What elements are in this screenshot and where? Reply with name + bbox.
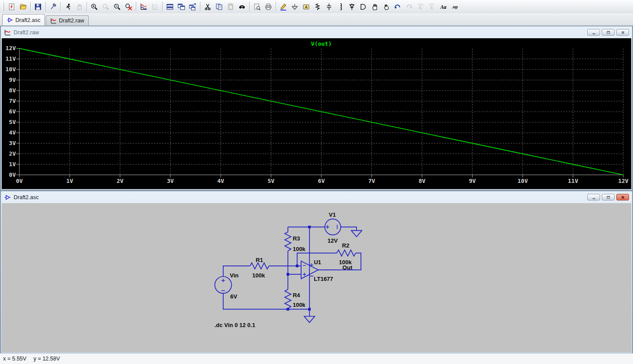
save-button[interactable]	[33, 1, 44, 12]
move-button[interactable]	[369, 1, 380, 12]
place-net-label-button[interactable]	[301, 1, 312, 12]
zoom-out-button[interactable]	[112, 1, 123, 12]
toolbar-group	[6, 1, 29, 12]
schematic-label-v1-value[interactable]: 12V	[327, 237, 338, 244]
toolbar-separator	[87, 2, 87, 11]
y-tick-label: 7V	[9, 98, 16, 104]
wire[interactable]	[341, 227, 357, 230]
halt-simulation-icon	[76, 3, 83, 11]
control-panel-button[interactable]	[47, 1, 58, 12]
place-component-button[interactable]	[358, 1, 369, 12]
r3-resistor-symbol[interactable]	[285, 232, 291, 251]
tab-draft2-raw[interactable]: Draft2.raw	[46, 15, 89, 25]
schematic-label-v1-ref[interactable]: V1	[329, 211, 336, 218]
schematic-icon	[4, 194, 11, 201]
vout-plot[interactable]: 0V1V2V3V4V5V6V7V8V9V10V11V12V0V1V2V3V4V5…	[2, 38, 631, 189]
toolbar-separator	[60, 2, 61, 11]
place-spice-directive-button[interactable]	[449, 1, 460, 12]
drag-button[interactable]	[381, 1, 392, 12]
run-simulation-button[interactable]	[62, 1, 73, 12]
toolbar-group	[251, 1, 274, 12]
opamp-pin-marks	[303, 263, 313, 276]
plot-settings-button	[149, 1, 160, 12]
undo-button[interactable]	[392, 1, 403, 12]
waveform-icon	[4, 29, 11, 36]
schematic-label-r1-ref[interactable]: R1	[256, 257, 263, 263]
schematic-window: Draft2.asc	[0, 191, 633, 353]
mirror-icon	[417, 3, 424, 11]
zoom-full-extents-button[interactable]	[123, 1, 134, 12]
x-tick-label: 5V	[268, 178, 275, 184]
place-resistor-button[interactable]	[312, 1, 323, 12]
close-button[interactable]	[616, 194, 629, 200]
schematic-canvas[interactable]: V112VR3100kR2100kOutR1100kU1LT1677Vin6VR…	[2, 203, 631, 352]
circuit-drawing[interactable]: V112VR3100kR2100kOutR1100kU1LT1677Vin6VR…	[2, 203, 631, 352]
autorange-y-axis-button[interactable]	[138, 1, 149, 12]
zoom-full-extents-icon	[125, 3, 132, 11]
new-schematic-icon	[8, 3, 15, 11]
draw-wire-button[interactable]	[278, 1, 289, 12]
place-inductor-icon	[337, 3, 344, 11]
toolbar-group	[47, 1, 58, 12]
place-diode-button[interactable]	[346, 1, 357, 12]
restore-button[interactable]	[602, 29, 615, 36]
schematic-label-r4-ref[interactable]: R4	[293, 292, 300, 298]
schematic-icon	[7, 17, 13, 23]
open-file-icon	[19, 3, 27, 11]
close-button[interactable]	[616, 29, 629, 36]
new-schematic-button[interactable]	[6, 1, 17, 12]
r2-resistor-symbol[interactable]	[337, 250, 356, 256]
zoom-in-button[interactable]	[89, 1, 100, 12]
schematic-label-u1-value[interactable]: LT1677	[314, 276, 333, 282]
halt-simulation-button	[74, 1, 85, 12]
schematic-label-r3-ref[interactable]: R3	[293, 235, 300, 242]
r1-resistor-symbol[interactable]	[250, 263, 269, 269]
schematic-label-r4-value[interactable]: 100k	[293, 302, 306, 308]
schematic-label-r3-value[interactable]: 100k	[293, 246, 306, 252]
y-tick-label: 2V	[9, 150, 16, 157]
schematic-label-u1-ref[interactable]: U1	[314, 259, 321, 266]
minimize-button[interactable]	[587, 194, 600, 200]
place-component-icon	[360, 3, 367, 11]
tile-horizontally-button[interactable]	[176, 1, 187, 12]
ground-symbol[interactable]	[304, 317, 315, 323]
x-tick-label: 12V	[618, 178, 629, 184]
open-file-button[interactable]	[18, 1, 29, 12]
copy-button[interactable]	[214, 1, 225, 12]
ltspice-app: { "toolbar": { "groups": [ [{"name":"new…	[0, 0, 633, 364]
place-capacitor-button[interactable]	[324, 1, 335, 12]
place-text-button[interactable]	[438, 1, 449, 12]
schematic-label-out-net-label[interactable]: Out	[342, 264, 353, 271]
toolbar-separator	[249, 2, 250, 11]
print-button[interactable]	[263, 1, 274, 12]
plot-trace-title[interactable]: V(out)	[311, 40, 332, 47]
waveform-window-titlebar[interactable]: Draft2.raw	[1, 26, 632, 38]
paste-button	[225, 1, 236, 12]
place-diode-icon	[348, 3, 356, 11]
place-ground-button[interactable]	[289, 1, 300, 12]
schematic-label-r1-value[interactable]: 100k	[252, 272, 266, 279]
ground-symbol[interactable]	[351, 230, 362, 237]
toolbar-separator	[276, 2, 276, 11]
schematic-window-titlebar[interactable]: Draft2.asc	[1, 191, 632, 203]
cut-button[interactable]	[202, 1, 213, 12]
tile-vertically-icon	[166, 3, 174, 11]
cascade-windows-button[interactable]	[187, 1, 198, 12]
restore-button[interactable]	[602, 194, 615, 200]
schematic-label-vin-value[interactable]: 6V	[230, 293, 237, 300]
tab-label: Draft2.asc	[15, 17, 40, 23]
find-button[interactable]	[236, 1, 247, 12]
toolbar-group	[164, 1, 198, 12]
place-inductor-button[interactable]	[335, 1, 346, 12]
waveform-pane[interactable]: 0V1V2V3V4V5V6V7V8V9V10V11V12V0V1V2V3V4V5…	[2, 38, 631, 189]
toolbar-gripper[interactable]	[2, 2, 4, 11]
rotate-icon	[428, 3, 436, 11]
tile-vertically-button[interactable]	[164, 1, 175, 12]
tab-draft2-asc[interactable]: Draft2.asc	[2, 14, 45, 25]
minimize-button[interactable]	[587, 29, 600, 36]
schematic-label-dc-sweep-directive[interactable]: .dc Vin 0 12 0.1	[215, 322, 255, 328]
print-preview-button[interactable]	[251, 1, 262, 12]
r4-resistor-symbol[interactable]	[285, 289, 291, 308]
schematic-label-r2-ref[interactable]: R2	[342, 242, 349, 249]
schematic-label-vin-ref[interactable]: Vin	[230, 272, 239, 279]
